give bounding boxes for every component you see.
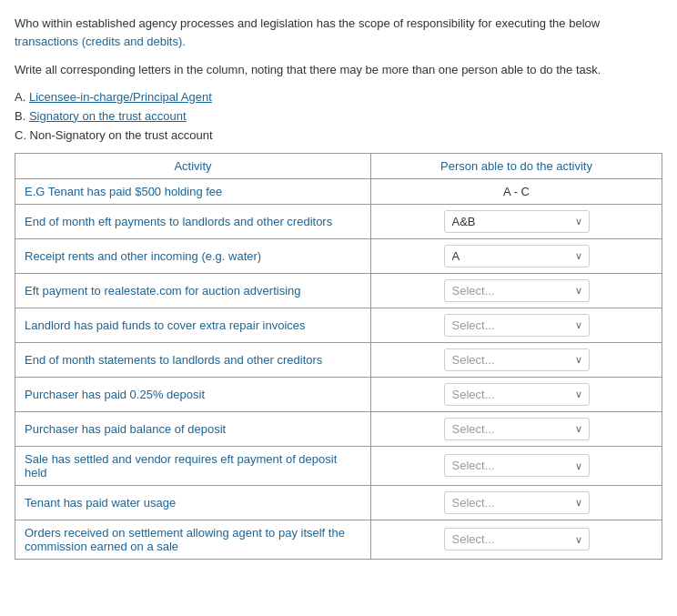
answer-select-1[interactable]: ABCA&BA&CB&CA - C [444,210,590,233]
person-cell-10[interactable]: Select...ABCA&BA&CB&CA - C [371,520,662,559]
select-wrapper-5[interactable]: Select...ABCA&BA&CB&CA - C [444,348,590,371]
person-cell-3[interactable]: Select...ABCA&BA&CB&CA - C [371,273,662,308]
answer-select-8[interactable]: Select...ABCA&BA&CB&CA - C [444,454,590,477]
answer-select-9[interactable]: Select...ABCA&BA&CB&CA - C [444,491,590,514]
legend-item-c: C. Non-Signatory on the trust account [15,128,662,142]
answer-select-2[interactable]: ABCA&BA&CB&CA - C [444,245,590,268]
person-cell-1[interactable]: ABCA&BA&CB&CA - C [371,204,662,238]
answer-select-5[interactable]: Select...ABCA&BA&CB&CA - C [444,348,590,371]
activity-cell-8: Sale has settled and vendor requires eft… [15,446,371,485]
person-cell-2[interactable]: ABCA&BA&CB&CA - C [371,238,662,273]
select-wrapper-6[interactable]: Select...ABCA&BA&CB&CA - C [444,383,590,406]
activity-cell-5: End of month statements to landlords and… [15,342,371,377]
select-wrapper-8[interactable]: Select...ABCA&BA&CB&CA - C [444,454,590,477]
legend-section: A. Licensee-in-charge/Principal Agent B.… [15,90,662,142]
select-wrapper-9[interactable]: Select...ABCA&BA&CB&CA - C [444,491,590,514]
activity-cell-6: Purchaser has paid 0.25% deposit [15,377,371,411]
activity-cell-2: Receipt rents and other incoming (e.g. w… [15,238,371,273]
person-cell-4[interactable]: Select...ABCA&BA&CB&CA - C [371,308,662,342]
instruction-text: Write all corresponding letters in the c… [15,61,662,79]
activity-cell-0: E.G Tenant has paid $500 holding fee [15,178,371,204]
select-wrapper-4[interactable]: Select...ABCA&BA&CB&CA - C [444,314,590,337]
person-cell-9[interactable]: Select...ABCA&BA&CB&CA - C [371,485,662,520]
person-cell-0: A - C [371,178,662,204]
select-wrapper-3[interactable]: Select...ABCA&BA&CB&CA - C [444,279,590,302]
select-wrapper-10[interactable]: Select...ABCA&BA&CB&CA - C [444,528,590,550]
col-person-header: Person able to do the activity [371,153,662,178]
activity-cell-7: Purchaser has paid balance of deposit [15,411,371,446]
select-wrapper-7[interactable]: Select...ABCA&BA&CB&CA - C [444,418,590,440]
answered-wrapper-2[interactable]: ABCA&BA&CB&CA - C [444,245,590,268]
col-activity-header: Activity [15,153,371,178]
intro-highlight: transactions (credits and debits). [15,35,186,48]
answer-select-10[interactable]: Select...ABCA&BA&CB&CA - C [444,528,590,550]
answered-wrapper-1[interactable]: ABCA&BA&CB&CA - C [444,210,590,233]
person-cell-6[interactable]: Select...ABCA&BA&CB&CA - C [371,377,662,411]
person-cell-7[interactable]: Select...ABCA&BA&CB&CA - C [371,411,662,446]
answer-select-6[interactable]: Select...ABCA&BA&CB&CA - C [444,383,590,406]
activity-cell-1: End of month eft payments to landlords a… [15,204,371,238]
static-answer-0: A - C [503,185,530,198]
answer-select-3[interactable]: Select...ABCA&BA&CB&CA - C [444,279,590,302]
answer-select-7[interactable]: Select...ABCA&BA&CB&CA - C [444,418,590,440]
activity-cell-4: Landlord has paid funds to cover extra r… [15,308,371,342]
answer-select-4[interactable]: Select...ABCA&BA&CB&CA - C [444,314,590,337]
person-cell-5[interactable]: Select...ABCA&BA&CB&CA - C [371,342,662,377]
person-cell-8[interactable]: Select...ABCA&BA&CB&CA - C [371,446,662,485]
activity-cell-9: Tenant has paid water usage [15,485,371,520]
legend-item-a: A. Licensee-in-charge/Principal Agent [15,90,662,104]
activity-table: Activity Person able to do the activity … [15,153,662,560]
intro-paragraph: Who within established agency processes … [15,15,662,50]
activity-cell-10: Orders received on settlement allowing a… [15,520,371,559]
legend-item-b: B. Signatory on the trust account [15,109,662,123]
activity-cell-3: Eft payment to realestate.com for auctio… [15,273,371,308]
